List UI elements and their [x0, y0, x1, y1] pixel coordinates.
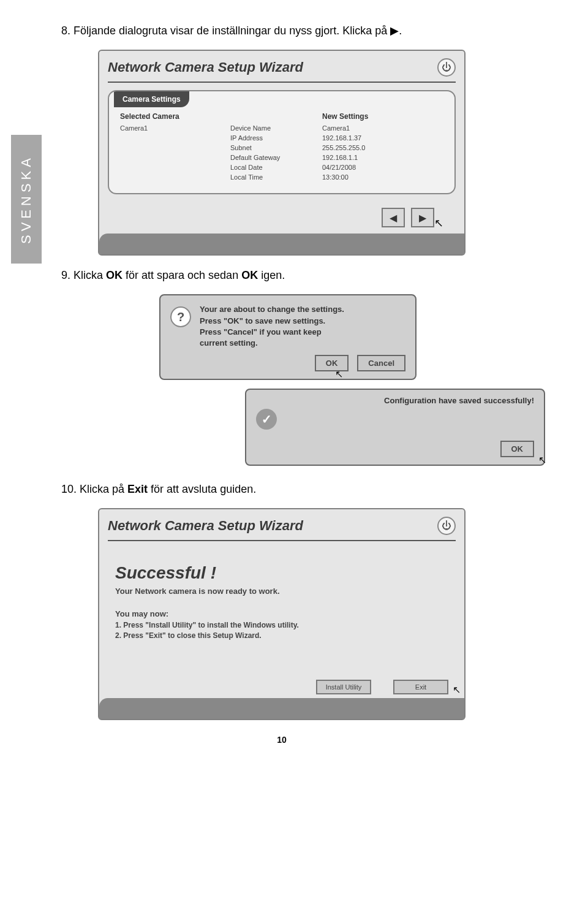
footer-bar — [99, 234, 464, 254]
confirm-dialog: ? Your are about to change the settings.… — [159, 294, 417, 380]
step-10-text: 10. Klicka på Exit för att avsluta guide… — [61, 482, 527, 497]
power-icon[interactable]: ⏻ — [437, 58, 456, 77]
cursor-icon: ↖ — [335, 368, 343, 380]
cursor-icon: ↖ — [434, 216, 443, 230]
ok-button[interactable]: OK — [315, 355, 349, 371]
row-label: Default Gateway — [230, 154, 322, 161]
language-tab: SVENSKA — [11, 135, 42, 264]
success-instruction-2: 2. Press "Exit" to close this Setup Wiza… — [115, 631, 448, 640]
row-value: 192.168.1.37 — [322, 134, 361, 142]
cancel-button[interactable]: Cancel — [357, 355, 405, 371]
row-value: 13:30:00 — [322, 173, 349, 181]
success-instruction-1: 1. Press "Install Utility" to install th… — [115, 621, 448, 629]
ok-button[interactable]: OK — [500, 441, 535, 457]
power-icon[interactable]: ⏻ — [437, 517, 456, 535]
install-utility-button[interactable]: Install Utility — [316, 680, 371, 694]
selected-camera-value: Camera1 — [120, 124, 230, 132]
row-value: Camera1 — [322, 124, 350, 132]
step-9-text: 9. Klicka OK för att spara och sedan OK … — [61, 268, 527, 283]
cursor-icon: ↖ — [538, 454, 546, 466]
prev-button[interactable]: ◀ — [382, 208, 405, 227]
saved-message: Configuration have saved successfully! — [256, 396, 534, 405]
confirm-message: Your are about to change the settings. P… — [200, 304, 344, 349]
divider — [108, 82, 456, 83]
row-value: 255.255.255.0 — [322, 144, 365, 151]
cursor-icon: ↖ — [453, 684, 461, 696]
divider — [108, 540, 456, 541]
row-value: 04/21/2008 — [322, 164, 356, 171]
row-label: Local Date — [230, 164, 322, 171]
panel-title: Camera Settings — [114, 91, 189, 107]
row-label: Local Time — [230, 173, 322, 181]
footer-bar — [99, 698, 464, 719]
row-label: Subnet — [230, 144, 322, 151]
col-selected-camera: Selected Camera — [120, 112, 230, 121]
success-heading: Successful ! — [115, 563, 448, 583]
question-icon: ? — [170, 306, 191, 327]
col-new-settings: New Settings — [322, 112, 368, 121]
wizard-title: Network Camera Setup Wizard — [108, 518, 303, 534]
check-icon: ✓ — [256, 409, 277, 430]
row-label: Device Name — [230, 124, 322, 132]
page-number: 10 — [37, 735, 527, 745]
wizard-title: Network Camera Setup Wizard — [108, 59, 303, 75]
wizard-settings-summary: Network Camera Setup Wizard ⏻ Camera Set… — [98, 50, 466, 256]
success-subtext: Your Network camera is now ready to work… — [115, 587, 448, 596]
next-button[interactable]: ▶ — [411, 208, 434, 227]
saved-dialog: Configuration have saved successfully! ✓… — [245, 389, 545, 466]
row-value: 192.168.1.1 — [322, 154, 358, 161]
step-8-text: 8. Följande dialogruta visar de inställn… — [61, 23, 527, 39]
camera-settings-panel: Camera Settings Selected Camera New Sett… — [108, 90, 456, 194]
exit-button[interactable]: Exit — [393, 680, 448, 694]
success-instructions-header: You may now: — [115, 609, 448, 618]
row-label: IP Address — [230, 134, 322, 142]
wizard-successful: Network Camera Setup Wizard ⏻ Successful… — [98, 508, 466, 720]
